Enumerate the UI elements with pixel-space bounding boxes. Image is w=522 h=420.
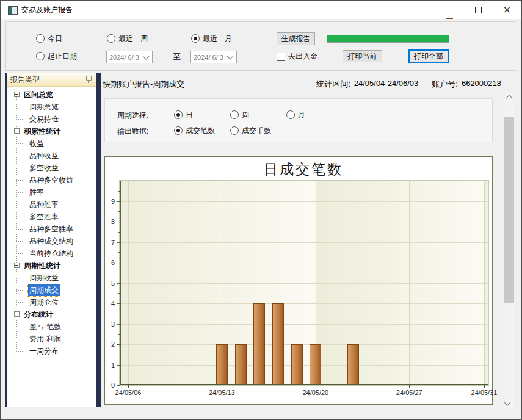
- tree-item-label: 品种多空胜率: [28, 223, 74, 235]
- collapse-icon[interactable]: [14, 311, 20, 317]
- tree-item[interactable]: 品种多空收益: [7, 174, 96, 186]
- output-radio-0[interactable]: 成交笔数: [174, 126, 215, 136]
- period-radio-0-label: 日: [186, 110, 193, 120]
- chart-bar: [235, 344, 247, 385]
- tree-item-label: 周期总览: [28, 101, 60, 113]
- tree-item[interactable]: 交易持仓: [7, 113, 96, 125]
- collapse-icon[interactable]: [14, 262, 20, 268]
- pushpin-icon[interactable]: [86, 76, 92, 81]
- tree-item[interactable]: 当前持仓结构: [7, 247, 96, 259]
- tree-item-label: 周期收益: [28, 272, 60, 284]
- period-radio-1[interactable]: 周: [230, 110, 249, 120]
- tree-branch-line: [16, 156, 26, 156]
- checkbox-icon: [277, 52, 285, 61]
- tree-item-label: 一周分布: [28, 346, 60, 357]
- x-axis-tick: [409, 385, 410, 388]
- date-from-value: 2024/ 6/ 3: [107, 54, 143, 61]
- app-window: 交易及账户报告 × 今日最近一周最近一月起止日期 2024/ 6/ 3 至 20…: [0, 0, 522, 420]
- maximize-button[interactable]: [464, 1, 493, 19]
- x-axis-line: [120, 384, 488, 385]
- date-from-combobox[interactable]: 2024/ 6/ 3: [106, 51, 153, 63]
- y-axis-label: 4: [104, 299, 115, 308]
- range-radio-2[interactable]: 最近一月: [191, 34, 232, 43]
- gridline-horizontal: [120, 201, 488, 202]
- tree-branch-line: [16, 192, 26, 193]
- gridline-horizontal: [120, 222, 488, 222]
- chart-bar: [291, 344, 303, 385]
- tree-item[interactable]: 多空胜率: [7, 211, 96, 223]
- tree-item-label: 品种多空收益: [28, 175, 74, 186]
- sidebar-header: 报告类型: [7, 73, 96, 87]
- report-type-sidebar: 报告类型 区间总览周期总览交易持仓积累性统计收益品种收益多空收益品种多空收益胜率…: [5, 73, 96, 407]
- tree-item[interactable]: 品种多空胜率: [7, 223, 96, 235]
- range-radio-0[interactable]: 今日: [36, 34, 62, 43]
- report-toolbar: 今日最近一周最近一月起止日期 2024/ 6/ 3 至 2024/ 6/ 3 生…: [5, 21, 517, 71]
- scrollbar-thumb[interactable]: [504, 117, 514, 303]
- collapse-icon[interactable]: [14, 128, 20, 134]
- tree-item[interactable]: 一周分布: [7, 345, 96, 357]
- gridline-vertical: [128, 181, 129, 385]
- tree-item[interactable]: 品种胜率: [7, 198, 96, 211]
- tree-item[interactable]: 周期仓位: [7, 296, 96, 308]
- range-radio-3-label: 起止日期: [48, 51, 77, 62]
- tree-item[interactable]: 多空收益: [7, 162, 96, 174]
- tree-item[interactable]: 收益: [7, 137, 96, 150]
- tree-item[interactable]: 品种收益: [7, 150, 96, 162]
- output-radio-1[interactable]: 成交手数: [230, 126, 271, 136]
- tree-group-label: 区间总览: [24, 90, 53, 100]
- y-axis-label: 8: [104, 217, 115, 226]
- x-axis-label: 24/05/13: [209, 389, 235, 396]
- tree-branch-line: [16, 302, 26, 303]
- tree-item[interactable]: 品种成交结构: [7, 235, 96, 247]
- date-to-combobox[interactable]: 2024/ 6/ 3: [190, 51, 237, 63]
- radio-icon: [230, 126, 239, 135]
- tree-item-label: 盈亏-笔数: [28, 321, 62, 333]
- tree-branch-line: [16, 327, 26, 327]
- vertical-scrollbar[interactable]: [504, 92, 514, 408]
- chart-bar: [272, 303, 284, 385]
- app-icon: [8, 6, 18, 15]
- tree-item[interactable]: 胜率: [7, 186, 96, 198]
- tree-item[interactable]: 周期成交: [7, 284, 96, 296]
- tree-branch-line: [16, 143, 26, 144]
- tree-group-1[interactable]: 积累性统计: [7, 125, 96, 137]
- scroll-up-button[interactable]: [504, 92, 514, 103]
- account-value: 662000218: [462, 79, 501, 90]
- range-radio-3[interactable]: 起止日期: [36, 51, 77, 61]
- output-option-row: 输出数据: 成交笔数成交手数: [105, 126, 492, 136]
- print-all-button[interactable]: 打印全部: [408, 49, 449, 63]
- tree-branch-line: [16, 351, 26, 352]
- chevron-down-icon: [504, 399, 510, 405]
- window-title: 交易及账户报告: [21, 1, 73, 19]
- tree-group-3[interactable]: 分布统计: [7, 308, 96, 320]
- exclude-transfer-checkbox[interactable]: 去出入金: [277, 51, 317, 62]
- tree-group-0[interactable]: 区间总览: [7, 89, 96, 101]
- tree-item[interactable]: 费用-利润: [7, 333, 96, 345]
- chevron-down-icon: [142, 52, 149, 59]
- x-axis-label: 24/05/31: [471, 389, 498, 396]
- x-axis-label: 24/05/06: [115, 389, 142, 396]
- period-radio-2[interactable]: 月: [286, 110, 305, 120]
- tree-item[interactable]: 周期收益: [7, 272, 96, 284]
- tree-item[interactable]: 周期总览: [7, 101, 96, 113]
- date-to-value: 2024/ 6/ 3: [191, 54, 228, 61]
- close-button[interactable]: ×: [493, 1, 521, 19]
- chart-plot-area: 012345678924/05/0624/05/1324/05/2024/05/…: [119, 180, 489, 386]
- collapse-icon[interactable]: [14, 92, 20, 97]
- x-axis-tick: [484, 385, 485, 388]
- generate-report-button[interactable]: 生成报告: [277, 32, 315, 45]
- minimize-button[interactable]: [435, 1, 464, 19]
- gridline-horizontal: [120, 303, 488, 304]
- tree-group-label: 分布统计: [24, 310, 53, 320]
- range-radio-1[interactable]: 最近一周: [107, 34, 148, 43]
- to-label: 至: [173, 51, 181, 62]
- tree-group-2[interactable]: 周期性统计: [7, 259, 96, 272]
- scroll-down-button[interactable]: [504, 398, 514, 408]
- chevron-up-icon: [506, 95, 512, 101]
- radio-icon: [191, 34, 200, 43]
- report-title: 快期账户报告-周期成交: [103, 79, 184, 90]
- print-current-button[interactable]: 打印当前: [343, 50, 382, 62]
- sidebar-splitter[interactable]: [96, 73, 101, 407]
- tree-item[interactable]: 盈亏-笔数: [7, 320, 96, 333]
- period-radio-0[interactable]: 日: [174, 110, 193, 120]
